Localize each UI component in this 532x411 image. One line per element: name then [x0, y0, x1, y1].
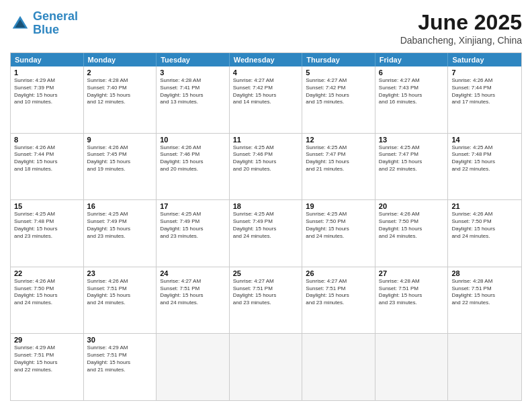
day-cell-14: 14Sunrise: 4:25 AMSunset: 7:48 PMDayligh…	[448, 134, 521, 200]
day-info: Sunrise: 4:25 AMSunset: 7:49 PMDaylight:…	[87, 211, 153, 240]
logo-text: General Blue	[33, 10, 78, 37]
empty-cell	[375, 334, 449, 400]
day-number: 26	[306, 269, 371, 277]
day-info: Sunrise: 4:28 AMSunset: 7:51 PMDaylight:…	[451, 278, 518, 307]
day-number: 29	[14, 336, 80, 344]
day-info: Sunrise: 4:26 AMSunset: 7:50 PMDaylight:…	[14, 278, 80, 307]
day-cell-23: 23Sunrise: 4:26 AMSunset: 7:51 PMDayligh…	[84, 267, 157, 334]
day-cell-5: 5Sunrise: 4:27 AMSunset: 7:42 PMDaylight…	[302, 66, 375, 133]
logo-icon	[10, 13, 30, 34]
day-cell-1: 1Sunrise: 4:29 AMSunset: 7:39 PMDaylight…	[11, 66, 84, 133]
calendar-row-2: 8Sunrise: 4:26 AMSunset: 7:44 PMDaylight…	[11, 133, 521, 200]
logo: General Blue	[10, 10, 78, 37]
day-number: 21	[451, 202, 518, 210]
day-cell-26: 26Sunrise: 4:27 AMSunset: 7:51 PMDayligh…	[302, 267, 375, 334]
day-number: 13	[379, 136, 445, 144]
logo-line2: Blue	[33, 23, 59, 36]
day-cell-20: 20Sunrise: 4:26 AMSunset: 7:50 PMDayligh…	[375, 200, 449, 267]
day-info: Sunrise: 4:27 AMSunset: 7:51 PMDaylight:…	[233, 278, 299, 307]
header-cell-thursday: Thursday	[302, 53, 375, 66]
calendar-row-4: 22Sunrise: 4:26 AMSunset: 7:50 PMDayligh…	[11, 267, 521, 334]
day-cell-25: 25Sunrise: 4:27 AMSunset: 7:51 PMDayligh…	[230, 267, 303, 334]
day-info: Sunrise: 4:28 AMSunset: 7:41 PMDaylight:…	[160, 77, 226, 106]
day-info: Sunrise: 4:26 AMSunset: 7:44 PMDaylight:…	[451, 77, 518, 106]
day-info: Sunrise: 4:25 AMSunset: 7:47 PMDaylight:…	[379, 144, 445, 173]
day-info: Sunrise: 4:29 AMSunset: 7:51 PMDaylight:…	[14, 345, 80, 373]
day-number: 24	[160, 269, 226, 277]
day-number: 14	[451, 136, 518, 144]
day-info: Sunrise: 4:26 AMSunset: 7:50 PMDaylight:…	[379, 211, 445, 240]
month-title: June 2025	[400, 10, 522, 35]
header-cell-monday: Monday	[84, 53, 157, 66]
day-cell-15: 15Sunrise: 4:25 AMSunset: 7:48 PMDayligh…	[11, 200, 84, 267]
day-cell-11: 11Sunrise: 4:25 AMSunset: 7:46 PMDayligh…	[230, 134, 303, 200]
day-cell-4: 4Sunrise: 4:27 AMSunset: 7:42 PMDaylight…	[230, 66, 303, 133]
day-cell-9: 9Sunrise: 4:26 AMSunset: 7:45 PMDaylight…	[84, 134, 157, 200]
empty-cell	[448, 334, 521, 400]
day-cell-19: 19Sunrise: 4:25 AMSunset: 7:50 PMDayligh…	[302, 200, 375, 267]
day-cell-6: 6Sunrise: 4:27 AMSunset: 7:43 PMDaylight…	[375, 66, 449, 133]
day-info: Sunrise: 4:25 AMSunset: 7:49 PMDaylight:…	[160, 211, 226, 240]
day-cell-8: 8Sunrise: 4:26 AMSunset: 7:44 PMDaylight…	[11, 134, 84, 200]
calendar-row-1: 1Sunrise: 4:29 AMSunset: 7:39 PMDaylight…	[11, 66, 521, 133]
day-info: Sunrise: 4:26 AMSunset: 7:46 PMDaylight:…	[160, 144, 226, 173]
day-number: 1	[14, 68, 80, 77]
day-number: 3	[160, 68, 226, 77]
day-info: Sunrise: 4:28 AMSunset: 7:51 PMDaylight:…	[379, 278, 445, 307]
day-number: 28	[451, 269, 518, 277]
location: Dabancheng, Xinjiang, China	[400, 35, 522, 46]
day-info: Sunrise: 4:25 AMSunset: 7:47 PMDaylight:…	[306, 144, 371, 173]
day-info: Sunrise: 4:27 AMSunset: 7:42 PMDaylight:…	[306, 77, 371, 106]
day-number: 17	[160, 202, 226, 210]
day-info: Sunrise: 4:25 AMSunset: 7:50 PMDaylight:…	[306, 211, 371, 240]
day-info: Sunrise: 4:26 AMSunset: 7:45 PMDaylight:…	[87, 144, 153, 173]
day-cell-16: 16Sunrise: 4:25 AMSunset: 7:49 PMDayligh…	[84, 200, 157, 267]
day-cell-18: 18Sunrise: 4:25 AMSunset: 7:49 PMDayligh…	[230, 200, 303, 267]
day-number: 27	[379, 269, 445, 277]
day-number: 6	[379, 68, 445, 77]
day-cell-13: 13Sunrise: 4:25 AMSunset: 7:47 PMDayligh…	[375, 134, 449, 200]
logo-line1: General	[33, 9, 78, 23]
day-info: Sunrise: 4:28 AMSunset: 7:40 PMDaylight:…	[87, 77, 153, 106]
day-number: 18	[233, 202, 299, 210]
day-cell-2: 2Sunrise: 4:28 AMSunset: 7:40 PMDaylight…	[84, 66, 157, 133]
day-info: Sunrise: 4:25 AMSunset: 7:49 PMDaylight:…	[233, 211, 299, 240]
day-cell-21: 21Sunrise: 4:26 AMSunset: 7:50 PMDayligh…	[448, 200, 521, 267]
empty-cell	[157, 334, 230, 400]
calendar-header: SundayMondayTuesdayWednesdayThursdayFrid…	[11, 53, 521, 66]
day-cell-24: 24Sunrise: 4:27 AMSunset: 7:51 PMDayligh…	[157, 267, 230, 334]
day-info: Sunrise: 4:26 AMSunset: 7:50 PMDaylight:…	[451, 211, 518, 240]
day-number: 11	[233, 136, 299, 144]
title-block: June 2025 Dabancheng, Xinjiang, China	[400, 10, 522, 46]
calendar-body: 1Sunrise: 4:29 AMSunset: 7:39 PMDaylight…	[11, 66, 521, 400]
day-info: Sunrise: 4:25 AMSunset: 7:48 PMDaylight:…	[451, 144, 518, 173]
day-number: 5	[306, 68, 371, 77]
day-number: 12	[306, 136, 371, 144]
day-number: 9	[87, 136, 153, 144]
header-cell-tuesday: Tuesday	[157, 53, 230, 66]
header: General Blue June 2025 Dabancheng, Xinji…	[10, 10, 522, 46]
day-number: 10	[160, 136, 226, 144]
day-info: Sunrise: 4:27 AMSunset: 7:51 PMDaylight:…	[160, 278, 226, 307]
day-number: 19	[306, 202, 371, 210]
day-cell-12: 12Sunrise: 4:25 AMSunset: 7:47 PMDayligh…	[302, 134, 375, 200]
calendar-row-5: 29Sunrise: 4:29 AMSunset: 7:51 PMDayligh…	[11, 333, 521, 400]
calendar: SundayMondayTuesdayWednesdayThursdayFrid…	[10, 52, 522, 401]
day-cell-28: 28Sunrise: 4:28 AMSunset: 7:51 PMDayligh…	[448, 267, 521, 334]
empty-cell	[230, 334, 303, 400]
page: General Blue June 2025 Dabancheng, Xinji…	[0, 0, 532, 411]
header-cell-saturday: Saturday	[448, 53, 521, 66]
day-number: 15	[14, 202, 80, 210]
day-info: Sunrise: 4:29 AMSunset: 7:39 PMDaylight:…	[14, 77, 80, 106]
day-number: 30	[87, 336, 153, 344]
day-number: 25	[233, 269, 299, 277]
day-cell-7: 7Sunrise: 4:26 AMSunset: 7:44 PMDaylight…	[448, 66, 521, 133]
day-cell-10: 10Sunrise: 4:26 AMSunset: 7:46 PMDayligh…	[157, 134, 230, 200]
day-info: Sunrise: 4:27 AMSunset: 7:51 PMDaylight:…	[306, 278, 371, 307]
day-info: Sunrise: 4:29 AMSunset: 7:51 PMDaylight:…	[87, 345, 153, 373]
day-number: 23	[87, 269, 153, 277]
day-info: Sunrise: 4:27 AMSunset: 7:43 PMDaylight:…	[379, 77, 445, 106]
day-number: 7	[451, 68, 518, 77]
day-info: Sunrise: 4:25 AMSunset: 7:46 PMDaylight:…	[233, 144, 299, 173]
day-cell-29: 29Sunrise: 4:29 AMSunset: 7:51 PMDayligh…	[11, 334, 84, 400]
